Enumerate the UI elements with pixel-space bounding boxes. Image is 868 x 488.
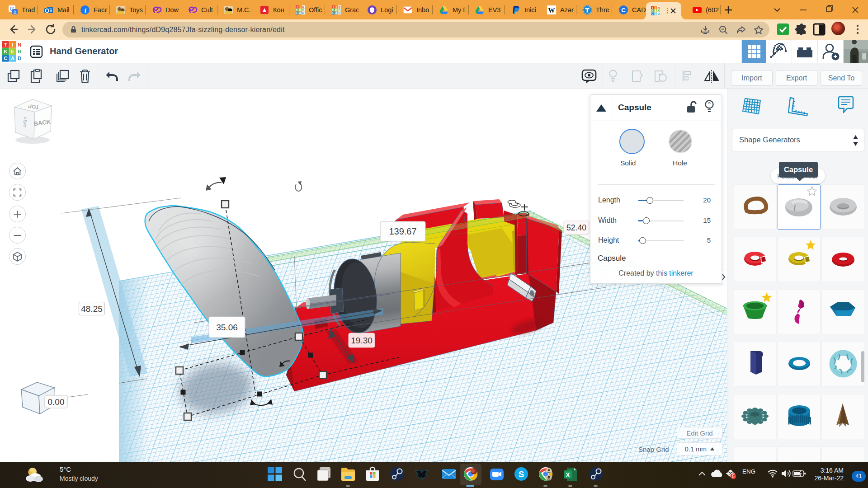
svg-text:52.40: 52.40 [566, 223, 586, 232]
svg-text:A: A [335, 11, 338, 14]
svg-text:48.25: 48.25 [81, 304, 103, 314]
svg-text:I: I [12, 42, 13, 47]
svg-text:C: C [4, 56, 7, 61]
svg-text:D: D [302, 11, 304, 14]
svg-text:W: W [548, 6, 555, 14]
svg-text:D: D [18, 56, 21, 61]
svg-text:C: C [651, 12, 654, 15]
svg-text:C: C [621, 7, 626, 14]
svg-text:f: f [85, 7, 87, 14]
svg-text:A: A [11, 56, 14, 61]
svg-text:K: K [4, 49, 8, 54]
svg-text:X: X [566, 471, 570, 479]
svg-text:C: C [296, 11, 298, 14]
svg-text:R: R [18, 49, 22, 54]
svg-text:5: 5 [732, 474, 735, 479]
svg-text:N: N [18, 42, 21, 47]
svg-text:D: D [338, 11, 340, 14]
svg-text:C: C [332, 11, 335, 14]
svg-text:0.00: 0.00 [48, 397, 65, 407]
svg-text:T: T [4, 42, 7, 47]
svg-text:A: A [299, 11, 302, 14]
svg-text:D: D [657, 12, 660, 15]
svg-text:S: S [519, 469, 524, 479]
svg-text:A: A [655, 12, 657, 15]
svg-text:E: E [11, 49, 14, 54]
svg-text:35.06: 35.06 [216, 323, 238, 332]
svg-text:19.30: 19.30 [351, 336, 373, 345]
svg-text:文: 文 [13, 9, 17, 14]
svg-text:139.67: 139.67 [389, 226, 416, 236]
